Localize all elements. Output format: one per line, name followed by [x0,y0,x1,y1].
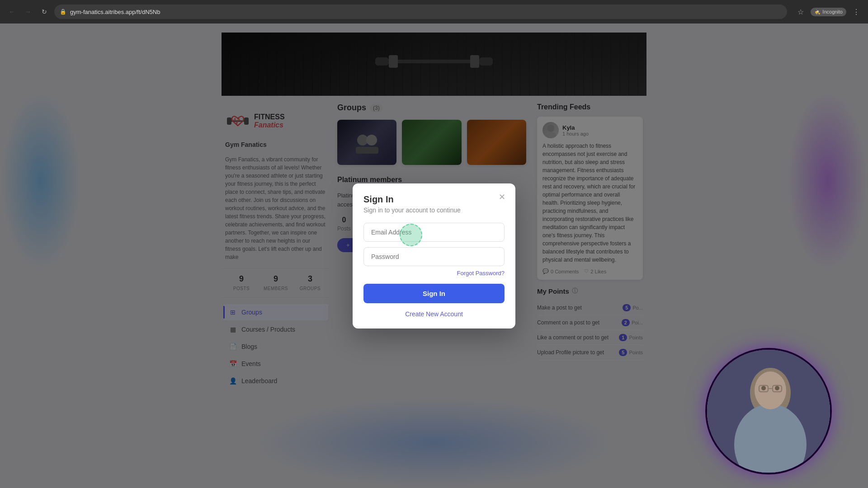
create-account-link[interactable]: Create New Account [363,310,505,318]
svg-point-18 [775,386,779,390]
sign-in-button[interactable]: Sign In [363,284,505,303]
webcam-overlay [705,348,832,474]
browser-toolbar: ← → ↻ 🔒 gym-fanatics.aitribes.app/ft/dN5… [0,0,868,23]
page-wrapper: FITNESS Fanatics Gym Fanatics Gym Fanati… [0,23,868,488]
bookmark-button[interactable]: ☆ [794,5,807,18]
forgot-password-link[interactable]: Forgot Password? [363,270,505,277]
email-field-wrapper [363,223,505,247]
incognito-badge: 🕵 Incognito [811,8,846,16]
refresh-button[interactable]: ↻ [38,5,51,18]
menu-button[interactable]: ⋮ [850,5,863,18]
browser-window: ← → ↻ 🔒 gym-fanatics.aitribes.app/ft/dN5… [0,0,868,488]
modal-subtitle: Sign in to your account to continue [363,206,505,214]
lock-icon: 🔒 [60,9,66,15]
forward-button[interactable]: → [22,5,34,18]
modal-close-button[interactable]: ✕ [495,191,508,203]
webcam-person-svg [707,350,832,474]
url-text: gym-fanatics.aitribes.app/ft/dN5Nb [70,9,160,15]
address-bar[interactable]: 🔒 gym-fanatics.aitribes.app/ft/dN5Nb [54,5,787,19]
browser-actions: ☆ 🕵 Incognito ⋮ [794,5,863,18]
webcam-person [707,350,830,473]
sign-in-modal: ✕ Sign In Sign in to your account to con… [353,183,515,328]
email-input[interactable] [363,223,505,242]
password-input[interactable] [363,247,505,266]
modal-title: Sign In [363,194,505,205]
svg-point-17 [761,386,766,390]
webcam-content [707,350,830,473]
back-button[interactable]: ← [5,5,18,18]
